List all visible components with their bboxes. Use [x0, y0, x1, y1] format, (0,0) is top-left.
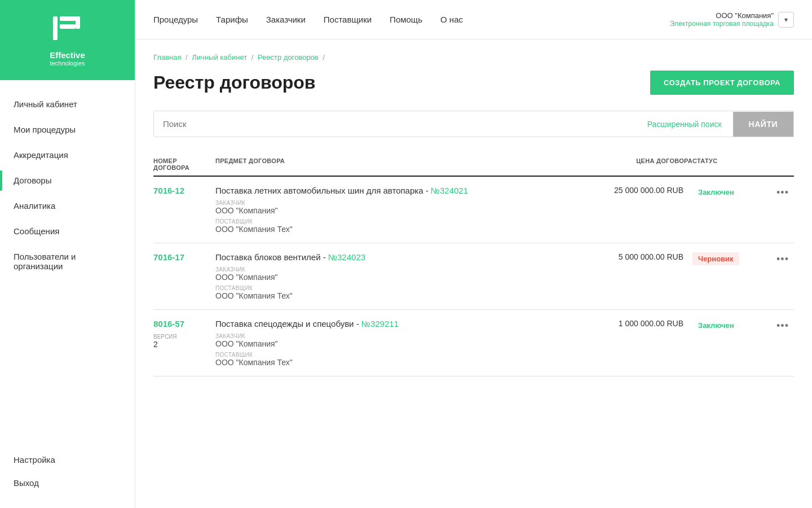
customer-value: ООО "Компания" — [215, 273, 580, 282]
contract-subject-text: Поставка спецодежды и спецобуви - №32921… — [215, 319, 580, 329]
topnav-suppliers[interactable]: Поставщики — [324, 15, 372, 24]
sidebar-item-settings[interactable]: Настройка — [0, 448, 135, 471]
table-row: 7016-12 Поставка летних автомобильных ши… — [153, 177, 794, 243]
breadcrumb-sep3: / — [323, 53, 325, 62]
th-subject: ПРЕДМЕТ ДОГОВОРА — [215, 157, 580, 171]
actions-menu-button[interactable]: ••• — [776, 187, 789, 199]
status-badge: Заключен — [692, 186, 740, 199]
table-header: НОМЕР ДОГОВОРА ПРЕДМЕТ ДОГОВОРА ЦЕНА ДОГ… — [153, 153, 794, 177]
topnav-about[interactable]: О нас — [440, 15, 463, 24]
breadcrumb-cabinet[interactable]: Личный кабинет — [192, 53, 247, 62]
contract-procedure-link[interactable]: №324023 — [328, 252, 365, 262]
customer-label: ЗАКАЗЧИК — [215, 200, 580, 206]
supplier-value: ООО "Компания Тех" — [215, 225, 580, 234]
contract-status-cell: Заключен — [692, 186, 771, 199]
advanced-search-link[interactable]: Расширенный поиск — [636, 112, 733, 137]
sidebar-item-procedures[interactable]: Мои процедуры — [0, 117, 135, 142]
svg-rect-2 — [60, 24, 76, 29]
contract-number-cell: 7016-12 — [153, 186, 215, 196]
customer-label: ЗАКАЗЧИК — [215, 266, 580, 273]
sidebar-item-personal[interactable]: Личный кабинет — [0, 91, 135, 117]
sidebar: Effective technologies Личный кабинет Мо… — [0, 0, 135, 508]
th-price: ЦЕНА ДОГОВОРА — [580, 157, 692, 171]
logo-text-sub: technologies — [50, 60, 85, 67]
table-row: 8016-57 ВЕРСИЯ 2 Поставка спецодежды и с… — [153, 310, 794, 376]
actions-menu-button[interactable]: ••• — [776, 253, 789, 265]
topnav: Процедуры Тарифы Заказчики Поставщики По… — [135, 0, 812, 40]
topnav-procedures[interactable]: Процедуры — [153, 15, 198, 24]
breadcrumb-sep1: / — [186, 53, 188, 62]
contract-subject-text: Поставка блоков вентилей - №324023 — [215, 252, 580, 262]
contract-price: 5 000 000.00 RUB — [580, 252, 692, 261]
contract-status-cell: Заключен — [692, 319, 771, 332]
breadcrumb-current[interactable]: Реестр договоров — [258, 53, 319, 62]
contract-actions: ••• — [771, 186, 794, 199]
main-content: Процедуры Тарифы Заказчики Поставщики По… — [135, 0, 812, 508]
customer-value: ООО "Компания" — [215, 206, 580, 215]
contract-number-cell: 7016-17 — [153, 252, 215, 262]
table-row: 7016-17 Поставка блоков вентилей - №3240… — [153, 243, 794, 310]
contract-actions: ••• — [771, 319, 794, 332]
search-row: Расширенный поиск НАЙТИ — [153, 111, 794, 137]
sidebar-item-logout[interactable]: Выход — [0, 471, 135, 494]
th-status: СТАТУС — [692, 157, 771, 171]
contract-number-link[interactable]: 8016-57 — [153, 319, 184, 329]
svg-rect-0 — [53, 16, 58, 40]
contract-procedure-link[interactable]: №329211 — [361, 319, 399, 329]
search-button[interactable]: НАЙТИ — [733, 112, 793, 137]
supplier-label: ПОСТАВЩИК — [215, 285, 580, 291]
customer-label: ЗАКАЗЧИК — [215, 333, 580, 339]
sidebar-nav: Личный кабинет Мои процедуры Аккредитаци… — [0, 80, 135, 448]
search-input[interactable] — [154, 111, 636, 137]
contract-meta: ЗАКАЗЧИК ООО "Компания" ПОСТАВЩИК ООО "К… — [215, 266, 580, 300]
topnav-platform[interactable]: Электронная торговая площадка — [670, 20, 774, 28]
topnav-links: Процедуры Тарифы Заказчики Поставщики По… — [153, 15, 670, 24]
logo: Effective technologies — [0, 0, 135, 80]
th-number: НОМЕР ДОГОВОРА — [153, 157, 215, 171]
sidebar-bottom: Настройка Выход — [0, 448, 135, 508]
th-actions — [771, 157, 794, 171]
contract-price: 25 000 000.00 RUB — [580, 186, 692, 195]
actions-menu-button[interactable]: ••• — [776, 320, 789, 332]
contract-number-link[interactable]: 7016-17 — [153, 252, 184, 262]
topnav-tariffs[interactable]: Тарифы — [216, 15, 248, 24]
contract-subject-cell: Поставка блоков вентилей - №324023 ЗАКАЗ… — [215, 252, 580, 300]
topnav-user-info: ООО "Компания" Электронная торговая площ… — [670, 11, 774, 28]
page-header: Реестр договоров СОЗДАТЬ ПРОЕКТ ДОГОВОРА — [153, 71, 794, 95]
sidebar-item-messages[interactable]: Сообщения — [0, 218, 135, 244]
sidebar-item-analytics[interactable]: Аналитика — [0, 193, 135, 218]
topnav-user: ООО "Компания" Электронная торговая площ… — [670, 11, 794, 28]
content-area: Главная / Личный кабинет / Реестр догово… — [135, 40, 812, 508]
customer-value: ООО "Компания" — [215, 339, 580, 348]
contract-subject-cell: Поставка летних автомобильных шин для ав… — [215, 186, 580, 234]
logo-icon — [51, 14, 85, 47]
contract-status-cell: Черновик — [692, 252, 771, 265]
version-label: ВЕРСИЯ — [153, 334, 215, 340]
breadcrumb-home[interactable]: Главная — [153, 53, 181, 62]
contract-meta: ЗАКАЗЧИК ООО "Компания" ПОСТАВЩИК ООО "К… — [215, 200, 580, 234]
contract-meta: ЗАКАЗЧИК ООО "Компания" ПОСТАВЩИК ООО "К… — [215, 333, 580, 367]
create-contract-button[interactable]: СОЗДАТЬ ПРОЕКТ ДОГОВОРА — [650, 71, 794, 95]
contract-number-cell: 8016-57 ВЕРСИЯ 2 — [153, 319, 215, 349]
sidebar-item-accreditation[interactable]: Аккредитация — [0, 142, 135, 168]
contract-actions: ••• — [771, 252, 794, 265]
status-badge: Заключен — [692, 319, 740, 332]
sidebar-item-contracts[interactable]: Договоры — [0, 168, 135, 193]
logo-text-main: Effective — [50, 50, 85, 60]
page-title: Реестр договоров — [153, 72, 316, 93]
topnav-company: ООО "Компания" — [670, 11, 774, 20]
contract-number-link[interactable]: 7016-12 — [153, 186, 184, 195]
topnav-chevron-btn[interactable]: ▾ — [778, 12, 794, 28]
topnav-help[interactable]: Помощь — [390, 15, 422, 24]
topnav-customers[interactable]: Заказчики — [266, 15, 306, 24]
supplier-label: ПОСТАВЩИК — [215, 218, 580, 225]
breadcrumb: Главная / Личный кабинет / Реестр догово… — [153, 53, 794, 62]
sidebar-item-users[interactable]: Пользователи и организации — [0, 244, 135, 279]
contract-subject-cell: Поставка спецодежды и спецобуви - №32921… — [215, 319, 580, 367]
svg-rect-3 — [76, 16, 80, 29]
supplier-value: ООО "Компания Тех" — [215, 291, 580, 300]
version-value: 2 — [153, 340, 215, 349]
status-badge: Черновик — [692, 252, 739, 265]
contract-procedure-link[interactable]: №324021 — [431, 186, 468, 195]
supplier-value: ООО "Компания Тех" — [215, 358, 580, 367]
